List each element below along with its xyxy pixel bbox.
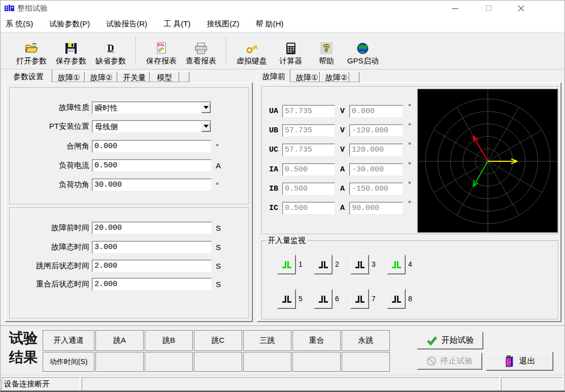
degree-label: ° — [408, 160, 411, 169]
menu-system[interactable]: 系 统(S) — [6, 19, 33, 29]
exit-door-icon — [504, 355, 515, 368]
binary-input-2-indicator[interactable] — [314, 255, 333, 274]
channel-number: 6 — [335, 295, 339, 303]
menu-test-params[interactable]: 试验参数(P) — [49, 19, 90, 29]
result-value-trip-a — [95, 352, 144, 372]
save-floppy-icon — [65, 41, 77, 56]
analog-values-group: UA V ° UB V ° UC V ° IA — [261, 86, 558, 234]
default-params-button[interactable]: D 缺省参数 — [91, 35, 130, 66]
stop-test-label: 停止试验 — [441, 356, 473, 367]
result-value-trip-c — [194, 352, 242, 372]
tab-fault-1-right[interactable]: 故障① — [290, 72, 320, 83]
uc-magnitude-field[interactable] — [282, 144, 335, 156]
fault-nature-select[interactable]: 瞬时性 — [92, 101, 212, 114]
view-report-button[interactable]: 查看报表 — [181, 35, 221, 66]
binary-input-6-indicator[interactable] — [314, 289, 333, 309]
unit-label: S — [216, 224, 221, 232]
menu-bar: 系 统(S) 试验参数(P) 试验报告(R) 工 具(T) 接线图(Z) 帮 助… — [1, 16, 564, 32]
result-col-header-trip-c: 跳C — [194, 330, 242, 351]
toolbar: 打开参数 保存参数 D 缺省参数 EXL 保存报表 查看报表 — [1, 32, 564, 69]
app-icon — [5, 4, 14, 12]
exit-button[interactable]: 退出 — [486, 351, 553, 371]
gps-globe-icon — [356, 41, 369, 56]
prefault-time-input[interactable] — [92, 222, 212, 234]
load-current-input[interactable] — [92, 159, 212, 172]
chevron-down-icon[interactable] — [201, 121, 211, 132]
calculator-button[interactable]: 计算器 — [272, 35, 310, 66]
result-col-header-reclose: 重合 — [292, 330, 341, 351]
post-reclose-time-input[interactable] — [92, 278, 212, 291]
contact-icon — [392, 261, 401, 268]
load-power-angle-input[interactable] — [92, 179, 212, 191]
channel-number: 3 — [372, 260, 376, 268]
ub-angle-field[interactable] — [349, 124, 403, 137]
channel-number: 7 — [372, 295, 376, 303]
unit-label: A — [340, 185, 345, 193]
fault-nature-label: 故障性质 — [11, 103, 89, 113]
save-report-button[interactable]: EXL 保存报表 — [142, 35, 181, 66]
menu-wiring-diagram[interactable]: 接线图(Z) — [207, 19, 239, 29]
tab-fault-2-right[interactable]: 故障② — [320, 72, 349, 83]
phase-label: IB — [269, 185, 278, 193]
binary-input-5-indicator[interactable] — [277, 289, 296, 309]
help-button[interactable]: ? 帮助 — [310, 35, 343, 66]
gps-start-button[interactable]: GPS启动 — [343, 35, 383, 66]
contact-icon — [319, 261, 328, 268]
contact-icon — [319, 296, 328, 303]
closing-angle-input[interactable] — [92, 140, 212, 153]
ic-magnitude-field[interactable] — [282, 202, 335, 215]
param-settings-panel: 故障性质 瞬时性 PT安装位置 母线侧 合闸角 ° 负荷电流 — [5, 82, 253, 322]
menu-test-report[interactable]: 试验报告(R) — [106, 19, 147, 29]
menu-help[interactable]: 帮 助(H) — [255, 19, 283, 29]
open-params-button[interactable]: 打开参数 — [12, 35, 51, 66]
tab-switch-quantity[interactable]: 开关量 — [117, 72, 150, 83]
save-params-button[interactable]: 保存参数 — [51, 35, 91, 66]
binary-input-8-indicator[interactable] — [387, 289, 406, 309]
binary-input-3-indicator[interactable] — [350, 255, 369, 274]
title-bar: 整组试验 — [1, 1, 564, 16]
ia-magnitude-field[interactable] — [282, 163, 335, 176]
menu-tools[interactable]: 工 具(T) — [163, 19, 190, 29]
unit-label: S — [216, 280, 221, 289]
binary-input-7-indicator[interactable] — [350, 289, 369, 309]
tab-fault-2-left[interactable]: 故障② — [85, 72, 117, 83]
ic-angle-field[interactable] — [349, 202, 403, 215]
binary-input-monitor-group: 开入量监视 1 2 3 4 5 6 7 8 — [261, 236, 558, 319]
uc-angle-field[interactable] — [349, 144, 403, 156]
close-icon[interactable] — [512, 3, 529, 14]
maximize-icon[interactable] — [480, 3, 497, 14]
ub-magnitude-field[interactable] — [282, 124, 335, 137]
unit-label: S — [216, 262, 221, 270]
channel-number: 2 — [335, 260, 339, 268]
virtual-keyboard-button[interactable]: 虚拟键盘 — [232, 35, 272, 66]
fault-time-input[interactable] — [92, 241, 212, 254]
status-message — [82, 377, 499, 390]
binary-input-1-indicator[interactable] — [277, 255, 296, 274]
result-value-perm-trip — [342, 352, 390, 372]
chevron-down-icon[interactable] — [201, 102, 211, 113]
unit-label: A — [340, 204, 345, 212]
result-value-three-trip — [243, 352, 291, 372]
help-question-icon: ? — [320, 41, 333, 56]
ib-angle-field[interactable] — [349, 183, 403, 195]
tab-fault-1-left[interactable]: 故障① — [52, 72, 85, 83]
tab-model[interactable]: 模型 — [150, 72, 179, 83]
ia-angle-field[interactable] — [349, 163, 403, 176]
ib-magnitude-field[interactable] — [282, 183, 335, 195]
minimize-icon[interactable] — [446, 3, 463, 14]
ua-angle-field[interactable] — [349, 105, 403, 118]
pt-position-select[interactable]: 母线侧 — [92, 120, 212, 133]
open-folder-icon — [24, 41, 39, 56]
post-reclose-time-label: 重合后状态时间 — [11, 279, 89, 289]
post-trip-time-input[interactable] — [92, 260, 212, 272]
tab-param-settings[interactable]: 参数设置 — [5, 69, 52, 83]
start-test-button[interactable]: 开始试验 — [417, 332, 483, 349]
tab-prefault[interactable]: 故障前 — [257, 69, 290, 83]
binary-input-4-indicator[interactable] — [387, 255, 406, 274]
unit-label: V — [340, 146, 345, 154]
prefault-panel: UA V ° UB V ° UC V ° IA — [257, 82, 561, 322]
fault-time-label: 故障态时间 — [11, 242, 89, 252]
ua-magnitude-field[interactable] — [282, 105, 335, 118]
stop-test-button[interactable]: 停止试验 — [417, 352, 482, 370]
unit-label: ° — [216, 142, 219, 151]
